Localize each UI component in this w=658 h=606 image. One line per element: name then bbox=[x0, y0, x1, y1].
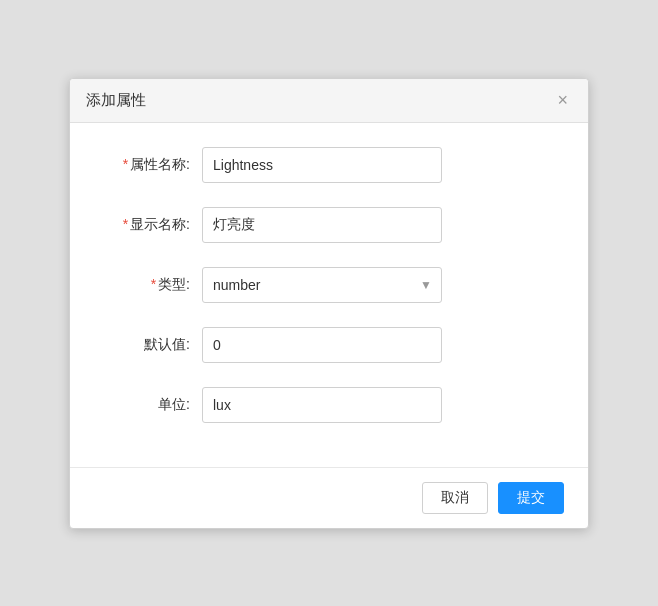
dialog-header: 添加属性 × bbox=[70, 79, 588, 123]
dialog-footer: 取消 提交 bbox=[70, 467, 588, 528]
dialog-body: *属性名称: *显示名称: *类型: number str bbox=[70, 123, 588, 467]
attr-name-row: *属性名称: bbox=[110, 147, 548, 183]
dialog: 添加属性 × *属性名称: *显示名称: *类型: bbox=[69, 78, 589, 529]
colon-1: : bbox=[186, 156, 190, 172]
type-row: *类型: number string boolean object array … bbox=[110, 267, 548, 303]
unit-input[interactable] bbox=[202, 387, 442, 423]
colon-3: : bbox=[186, 276, 190, 292]
dialog-title: 添加属性 bbox=[86, 91, 146, 110]
colon-5: : bbox=[186, 396, 190, 412]
display-name-label: *显示名称: bbox=[110, 216, 190, 234]
type-select[interactable]: number string boolean object array bbox=[202, 267, 442, 303]
type-label: *类型: bbox=[110, 276, 190, 294]
submit-button[interactable]: 提交 bbox=[498, 482, 564, 514]
unit-label: 单位: bbox=[110, 396, 190, 414]
unit-row: 单位: bbox=[110, 387, 548, 423]
default-value-input[interactable] bbox=[202, 327, 442, 363]
default-value-row: 默认值: bbox=[110, 327, 548, 363]
close-button[interactable]: × bbox=[553, 91, 572, 109]
cancel-button[interactable]: 取消 bbox=[422, 482, 488, 514]
colon-4: : bbox=[186, 336, 190, 352]
display-name-input[interactable] bbox=[202, 207, 442, 243]
type-select-wrapper: number string boolean object array ▼ bbox=[202, 267, 442, 303]
default-value-label: 默认值: bbox=[110, 336, 190, 354]
required-star-1: * bbox=[123, 156, 128, 172]
dialog-overlay: 添加属性 × *属性名称: *显示名称: *类型: bbox=[0, 0, 658, 606]
attr-name-label: *属性名称: bbox=[110, 156, 190, 174]
colon-2: : bbox=[186, 216, 190, 232]
attr-name-input[interactable] bbox=[202, 147, 442, 183]
display-name-row: *显示名称: bbox=[110, 207, 548, 243]
required-star-3: * bbox=[151, 276, 156, 292]
required-star-2: * bbox=[123, 216, 128, 232]
